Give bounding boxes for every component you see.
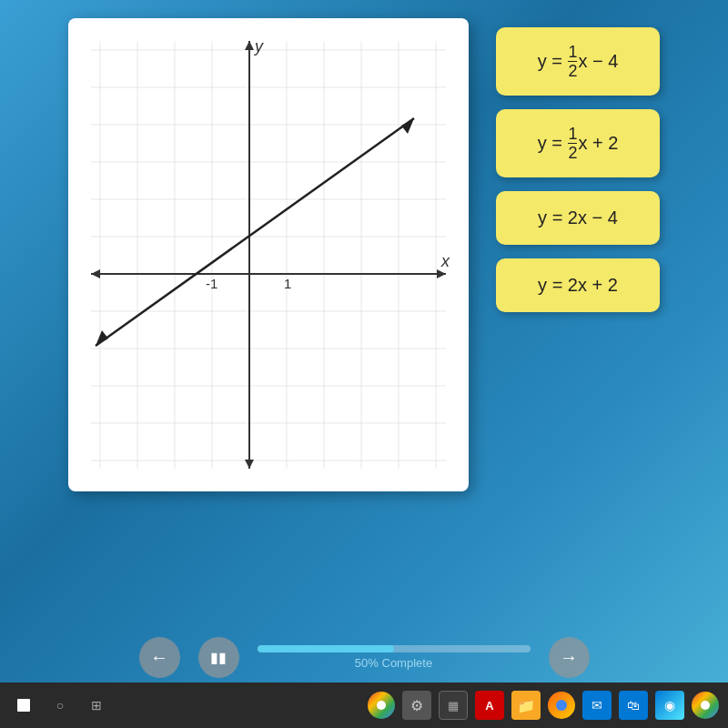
svg-marker-26	[245, 41, 254, 50]
card1-denominator: 2	[568, 62, 577, 79]
svg-text:y: y	[253, 37, 264, 56]
progress-container: 50% Complete	[258, 645, 531, 670]
progress-bar-fill	[258, 645, 394, 652]
card2-fraction: 1 2	[568, 126, 577, 161]
taskbar-start-icon[interactable]	[9, 691, 38, 720]
windows-icon	[17, 699, 30, 712]
graph-container: x y -1 1	[68, 18, 469, 491]
bottom-bar: ← ▮▮ 50% Complete →	[0, 637, 728, 678]
graph-svg: x y -1 1	[82, 32, 455, 478]
taskbar: ○ ⊞ ⚙ ▦ A 📁 ✉ 🛍 ◉	[0, 682, 728, 728]
taskbar-mail-icon[interactable]: ✉	[582, 691, 612, 720]
svg-text:x: x	[440, 252, 450, 270]
back-button[interactable]: ←	[139, 637, 180, 678]
taskbar-firefox-icon[interactable]	[548, 692, 575, 719]
svg-marker-27	[245, 460, 254, 469]
taskbar-chrome2-icon[interactable]	[692, 692, 719, 719]
progress-bar-background	[258, 645, 531, 652]
card1-suffix: x − 4	[578, 51, 618, 72]
taskbar-gear-icon[interactable]: ⚙	[402, 691, 431, 720]
card2-text: y =	[538, 133, 568, 154]
taskbar-task-icon[interactable]: ⊞	[82, 691, 111, 720]
svg-line-32	[96, 118, 414, 346]
card2-numerator: 1	[568, 126, 577, 144]
svg-marker-34	[96, 330, 108, 346]
taskbar-adobe-icon[interactable]: A	[475, 691, 504, 720]
card2-denominator: 2	[568, 144, 577, 161]
taskbar-calc-icon[interactable]: ▦	[439, 691, 468, 720]
pause-button[interactable]: ▮▮	[198, 637, 239, 678]
pause-icon: ▮▮	[210, 649, 227, 666]
card3-label: y = 2x − 4	[538, 207, 618, 228]
progress-label: 50% Complete	[355, 656, 432, 670]
svg-marker-23	[437, 269, 446, 278]
card1-fraction: 1 2	[568, 44, 577, 79]
svg-marker-24	[91, 269, 100, 278]
forward-icon: →	[560, 647, 578, 668]
svg-text:-1: -1	[206, 276, 217, 291]
card1-numerator: 1	[568, 44, 577, 62]
chrome2-center	[701, 701, 710, 710]
taskbar-store-icon[interactable]: 🛍	[619, 691, 648, 720]
svg-text:1: 1	[284, 276, 291, 291]
cards-container: y = 1 2 x − 4 y = 1 2 x + 2 y = 2x − 4 y…	[496, 18, 660, 312]
back-icon: ←	[150, 647, 168, 668]
main-content: x y -1 1 y = 1 2	[18, 18, 710, 637]
forward-button[interactable]: →	[549, 637, 590, 678]
taskbar-folder-icon[interactable]: 📁	[511, 691, 541, 720]
firefox-globe	[556, 700, 567, 711]
card4-label: y = 2x + 2	[538, 275, 618, 296]
answer-card-3[interactable]: y = 2x − 4	[496, 191, 660, 245]
taskbar-search-icon[interactable]: ○	[46, 691, 75, 720]
chrome-center	[377, 701, 386, 710]
taskbar-chrome-icon[interactable]	[368, 692, 395, 719]
svg-marker-33	[401, 118, 414, 134]
card1-text: y =	[538, 51, 568, 72]
answer-card-2[interactable]: y = 1 2 x + 2	[496, 109, 660, 177]
answer-card-4[interactable]: y = 2x + 2	[496, 258, 660, 312]
card2-suffix: x + 2	[578, 133, 618, 154]
answer-card-1[interactable]: y = 1 2 x − 4	[496, 27, 660, 96]
taskbar-edge-icon[interactable]: ◉	[655, 691, 684, 720]
